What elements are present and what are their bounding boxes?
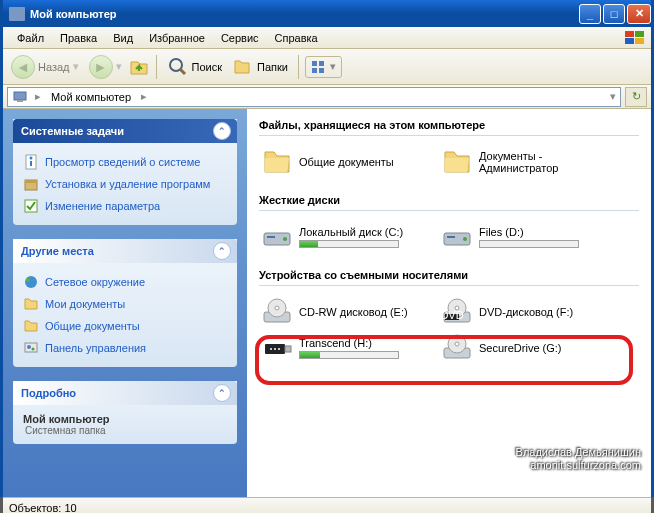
sidebar: Системные задачи ⌃ Просмотр сведений о с… (3, 109, 247, 497)
svg-rect-8 (312, 68, 317, 73)
menu-favorites[interactable]: Избранное (141, 29, 213, 47)
forward-button[interactable]: ► ▾ (85, 53, 126, 81)
search-button[interactable]: Поиск (163, 54, 226, 80)
views-dropdown-icon: ▾ (330, 60, 336, 73)
toolbar-separator (298, 55, 299, 79)
status-text: Объектов: 10 (9, 502, 77, 514)
folders-button[interactable]: Папки (228, 54, 292, 80)
address-input[interactable]: ▸ Мой компьютер ▸ ▾ (7, 87, 621, 107)
back-button[interactable]: ◄ Назад ▾ (7, 53, 83, 81)
menubar: Файл Правка Вид Избранное Сервис Справка (3, 27, 651, 49)
item-drive-c[interactable]: Локальный диск (C:) (259, 219, 439, 255)
menu-help[interactable]: Справка (267, 29, 326, 47)
statusbar: Объектов: 10 (3, 497, 651, 513)
folders-label: Папки (257, 61, 288, 73)
link-shared-documents[interactable]: Общие документы (23, 315, 227, 337)
window-title: Мой компьютер (30, 8, 577, 20)
svg-rect-1 (635, 31, 644, 37)
panel-title: Другие места (21, 245, 94, 257)
collapse-icon[interactable]: ⌃ (213, 122, 231, 140)
link-my-documents[interactable]: Мои документы (23, 293, 227, 315)
item-label: DVD-дисковод (F:) (479, 306, 617, 318)
item-transcend-h[interactable]: Transcend (H:) (259, 330, 439, 366)
svg-rect-16 (25, 180, 37, 183)
address-dropdown-icon[interactable]: ▾ (610, 90, 616, 103)
panel-header-other[interactable]: Другие места ⌃ (13, 239, 237, 263)
forward-dropdown-icon: ▾ (116, 60, 122, 73)
svg-rect-2 (625, 38, 634, 44)
link-label: Изменение параметра (45, 200, 160, 212)
link-network[interactable]: Сетевое окружение (23, 271, 227, 293)
menu-file[interactable]: Файл (9, 29, 52, 47)
views-button[interactable]: ▾ (305, 56, 342, 78)
folder-icon (23, 318, 39, 334)
section-stored-files: Файлы, хранящиеся на этом компьютере Общ… (259, 117, 639, 180)
toolbar-separator (156, 55, 157, 79)
breadcrumb-root[interactable]: Мой компьютер (48, 91, 134, 103)
gear-icon (23, 340, 39, 356)
collapse-icon[interactable]: ⌃ (213, 242, 231, 260)
maximize-button[interactable]: □ (603, 4, 625, 24)
content-area: Системные задачи ⌃ Просмотр сведений о с… (3, 109, 651, 497)
link-label: Общие документы (45, 320, 140, 332)
link-system-info[interactable]: Просмотр сведений о системе (23, 151, 227, 173)
svg-rect-0 (625, 31, 634, 37)
svg-point-21 (27, 345, 31, 349)
svg-rect-6 (312, 61, 317, 66)
svg-point-44 (455, 342, 459, 346)
svg-point-18 (25, 276, 37, 288)
minimize-button[interactable]: _ (579, 4, 601, 24)
package-icon (23, 176, 39, 192)
close-button[interactable]: ✕ (627, 4, 651, 24)
menu-tools[interactable]: Сервис (213, 29, 267, 47)
back-dropdown-icon: ▾ (73, 60, 79, 73)
back-label: Назад (38, 61, 70, 73)
item-label: Transcend (H:) (299, 337, 399, 349)
cd-drive-icon (441, 332, 473, 364)
views-icon (311, 60, 327, 74)
hdd-icon (261, 221, 293, 253)
toolbar: ◄ Назад ▾ ► ▾ Поиск Папки ▾ (3, 49, 651, 85)
folder-up-button[interactable] (128, 56, 150, 78)
menu-view[interactable]: Вид (105, 29, 141, 47)
svg-rect-27 (447, 236, 455, 238)
breadcrumb-chevron-icon[interactable]: ▸ (138, 90, 150, 103)
link-label: Просмотр сведений о системе (45, 156, 200, 168)
item-dvd-f[interactable]: DVD DVD-дисковод (F:) (439, 294, 619, 330)
panel-details: Подробно ⌃ Мой компьютер Системная папка (13, 381, 237, 444)
link-add-remove[interactable]: Установка и удаление программ (23, 173, 227, 195)
item-cdrw-e[interactable]: CD-RW дисковод (E:) (259, 294, 439, 330)
network-icon (23, 274, 39, 290)
section-removable: Устройства со съемными носителями CD-RW … (259, 267, 639, 366)
menu-edit[interactable]: Правка (52, 29, 105, 47)
svg-rect-11 (17, 100, 23, 102)
titlebar[interactable]: Мой компьютер _ □ ✕ (3, 0, 651, 27)
dvd-drive-icon: DVD (441, 296, 473, 328)
refresh-button[interactable]: ↻ (625, 87, 647, 107)
svg-line-5 (180, 69, 185, 74)
svg-point-19 (26, 278, 30, 282)
section-hard-drives: Жесткие диски Локальный диск (C:) Files … (259, 192, 639, 255)
svg-point-41 (278, 348, 280, 350)
svg-rect-24 (267, 236, 275, 238)
app-icon (9, 7, 25, 21)
checkbox-icon (23, 198, 39, 214)
link-change-setting[interactable]: Изменение параметра (23, 195, 227, 217)
svg-point-22 (32, 348, 35, 351)
svg-point-28 (463, 237, 467, 241)
item-shared-docs[interactable]: Общие документы (259, 144, 439, 180)
link-label: Установка и удаление программ (45, 178, 210, 190)
addressbar: ▸ Мой компьютер ▸ ▾ ↻ (3, 85, 651, 109)
breadcrumb-chevron-icon[interactable]: ▸ (32, 90, 44, 103)
item-drive-d[interactable]: Files (D:) (439, 219, 619, 255)
panel-header-details[interactable]: Подробно ⌃ (13, 381, 237, 405)
link-control-panel[interactable]: Панель управления (23, 337, 227, 359)
section-title: Жесткие диски (259, 192, 639, 211)
usb-drive-icon (261, 332, 293, 364)
svg-rect-9 (319, 68, 324, 73)
collapse-icon[interactable]: ⌃ (213, 384, 231, 402)
item-securedrive-g[interactable]: SecureDrive (G:) (439, 330, 619, 366)
search-label: Поиск (192, 61, 222, 73)
panel-header-system[interactable]: Системные задачи ⌃ (13, 119, 237, 143)
item-admin-docs[interactable]: Документы - Администратор (439, 144, 619, 180)
